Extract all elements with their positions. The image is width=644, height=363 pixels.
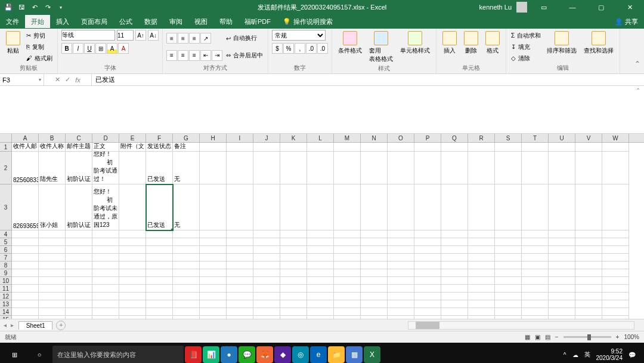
- cell-Q3[interactable]: [441, 184, 468, 230]
- col-header-D[interactable]: D: [92, 134, 119, 142]
- name-box[interactable]: F3: [0, 74, 44, 85]
- cell-F7[interactable]: [146, 254, 173, 262]
- cell-E1[interactable]: 附件（文: [119, 143, 146, 152]
- cell-F4[interactable]: [146, 230, 173, 238]
- cell-H5[interactable]: [200, 238, 227, 246]
- cell-H4[interactable]: [200, 230, 227, 238]
- zoom-out-icon[interactable]: −: [555, 334, 559, 340]
- cell-S3[interactable]: [495, 184, 522, 230]
- cell-V11[interactable]: [575, 285, 602, 293]
- cell-S7[interactable]: [495, 254, 522, 262]
- sheet-nav[interactable]: ◂ ▸: [0, 322, 18, 328]
- cell-C5[interactable]: [66, 238, 92, 246]
- cell-W10[interactable]: [602, 277, 629, 285]
- sort-filter-button[interactable]: 排序和筛选: [544, 30, 579, 56]
- cell-M2[interactable]: [334, 152, 361, 184]
- cell-M1[interactable]: [334, 143, 361, 152]
- cell-I7[interactable]: [227, 254, 253, 262]
- cell-H1[interactable]: [200, 143, 227, 152]
- cell-H3[interactable]: [200, 184, 227, 230]
- cell-H2[interactable]: [200, 152, 227, 184]
- cell-O8[interactable]: [388, 262, 414, 269]
- cell-G13[interactable]: [173, 300, 200, 308]
- cell-T10[interactable]: [522, 277, 549, 285]
- cell-C8[interactable]: [66, 262, 92, 269]
- cell-B8[interactable]: [39, 262, 66, 269]
- ribbon-display-icon[interactable]: ▭: [532, 1, 556, 13]
- cell-M8[interactable]: [334, 262, 361, 269]
- cell-P1[interactable]: [414, 143, 441, 152]
- cell-Q5[interactable]: [441, 238, 468, 246]
- cell-U11[interactable]: [549, 285, 575, 293]
- cell-D2[interactable]: 您好！ 初阶考试通过！: [92, 152, 119, 184]
- cell-W2[interactable]: [602, 152, 629, 184]
- task-wechat[interactable]: 💬: [239, 346, 255, 363]
- row-header-6[interactable]: 6: [0, 246, 11, 254]
- cell-V1[interactable]: [575, 143, 602, 152]
- cell-D1[interactable]: 正文: [92, 143, 119, 152]
- task-app-1[interactable]: 📕: [185, 346, 202, 363]
- cell-J13[interactable]: [253, 300, 280, 308]
- cell-C4[interactable]: [66, 230, 92, 238]
- taskbar-search[interactable]: 在这里输入你要搜索的内容: [52, 346, 184, 363]
- cell-Q8[interactable]: [441, 262, 468, 269]
- cell-M13[interactable]: [334, 300, 361, 308]
- cell-E8[interactable]: [119, 262, 146, 269]
- cell-G10[interactable]: [173, 277, 200, 285]
- cell-I2[interactable]: [227, 152, 253, 184]
- cell-R4[interactable]: [468, 230, 495, 238]
- col-header-I[interactable]: I: [227, 134, 253, 142]
- cell-B4[interactable]: [39, 230, 66, 238]
- cell-E12[interactable]: [119, 293, 146, 300]
- cell-M14[interactable]: [334, 308, 361, 316]
- share-button[interactable]: 👤 共享: [615, 17, 644, 26]
- row-header-5[interactable]: 5: [0, 238, 11, 246]
- cell-J12[interactable]: [253, 293, 280, 300]
- cell-H10[interactable]: [200, 277, 227, 285]
- cell-R10[interactable]: [468, 277, 495, 285]
- cell-E2[interactable]: [119, 152, 146, 184]
- cortana-icon[interactable]: ○: [27, 345, 51, 363]
- cell-A10[interactable]: [12, 277, 39, 285]
- cell-K10[interactable]: [280, 277, 307, 285]
- cell-O2[interactable]: [388, 152, 414, 184]
- format-cells-button[interactable]: 格式: [483, 30, 502, 56]
- tab-review[interactable]: 审阅: [163, 15, 188, 28]
- cell-V7[interactable]: [575, 254, 602, 262]
- cell-K14[interactable]: [280, 308, 307, 316]
- task-app-6[interactable]: ◆: [274, 346, 291, 363]
- cell-P12[interactable]: [414, 293, 441, 300]
- cell-J5[interactable]: [253, 238, 280, 246]
- col-header-K[interactable]: K: [280, 134, 307, 142]
- cell-V2[interactable]: [575, 152, 602, 184]
- cell-C11[interactable]: [66, 285, 92, 293]
- cell-J1[interactable]: [253, 143, 280, 152]
- cell-O7[interactable]: [388, 254, 414, 262]
- page-layout-icon[interactable]: ▣: [535, 334, 540, 340]
- cell-K6[interactable]: [280, 246, 307, 254]
- cell-G8[interactable]: [173, 262, 200, 269]
- col-header-N[interactable]: N: [361, 134, 388, 142]
- task-app-2[interactable]: 📊: [203, 346, 219, 363]
- cell-L14[interactable]: [307, 308, 334, 316]
- cell-W5[interactable]: [602, 238, 629, 246]
- cell-L7[interactable]: [307, 254, 334, 262]
- cell-U3[interactable]: [549, 184, 575, 230]
- cell-H8[interactable]: [200, 262, 227, 269]
- cell-T2[interactable]: [522, 152, 549, 184]
- cell-R7[interactable]: [468, 254, 495, 262]
- cell-A1[interactable]: 收件人邮: [12, 143, 39, 152]
- orientation-button[interactable]: ↗: [200, 33, 211, 44]
- cell-O12[interactable]: [388, 293, 414, 300]
- cell-N13[interactable]: [361, 300, 388, 308]
- tab-formulas[interactable]: 公式: [113, 15, 138, 28]
- number-format-select[interactable]: 常规: [272, 30, 326, 41]
- cell-J14[interactable]: [253, 308, 280, 316]
- cell-P7[interactable]: [414, 254, 441, 262]
- cell-W11[interactable]: [602, 285, 629, 293]
- qat-dropdown-icon[interactable]: ▾: [56, 2, 66, 12]
- cell-M4[interactable]: [334, 230, 361, 238]
- cell-E11[interactable]: [119, 285, 146, 293]
- cell-C7[interactable]: [66, 254, 92, 262]
- cell-B7[interactable]: [39, 254, 66, 262]
